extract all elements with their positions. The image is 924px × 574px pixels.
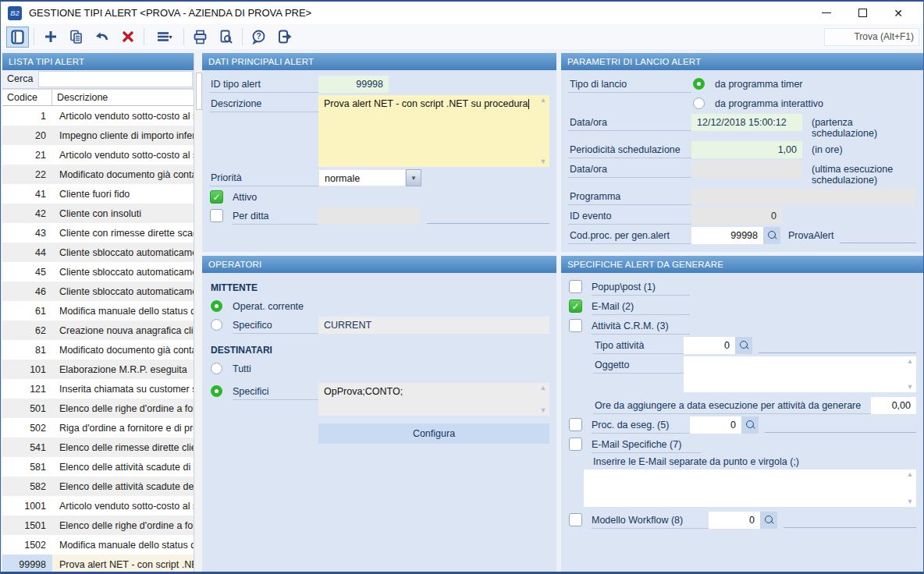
row-code-cell[interactable]: 20	[2, 126, 52, 145]
row-code-cell[interactable]: 61	[2, 301, 52, 321]
attivo-checkbox[interactable]: ✓	[210, 190, 223, 204]
scroll-down-icon[interactable]: ▼	[540, 158, 547, 165]
maximize-button[interactable]	[844, 2, 880, 24]
row-desc-cell[interactable]: Cliente con rimesse dirette scadu...	[52, 223, 194, 243]
row-desc-cell[interactable]: Cliente sbloccato automaticament...	[52, 243, 194, 262]
scroll-up-icon[interactable]: ▲	[907, 358, 914, 365]
tutti-radio[interactable]	[211, 363, 222, 374]
per-ditta-field[interactable]	[318, 207, 421, 225]
scroll-up-icon[interactable]: ▲	[540, 97, 547, 104]
row-code-cell[interactable]: 42	[2, 204, 52, 223]
textarea-scroll-arrows[interactable]: ▲▼	[904, 471, 915, 505]
row-code-cell[interactable]: 44	[2, 243, 52, 262]
tipo-attivita-field[interactable]: 0	[684, 337, 735, 354]
cod-proc-search-button[interactable]	[763, 227, 780, 244]
close-button[interactable]: ✕	[880, 2, 916, 24]
operat-corrente-radio[interactable]	[211, 300, 222, 312]
scroll-down-icon[interactable]: ▼	[540, 407, 547, 414]
email-checkbox[interactable]: ✓	[569, 299, 582, 313]
table-row[interactable]: 502Riga d'ordine a fornitore e di prod..…	[2, 418, 194, 438]
table-row[interactable]: 1502Modifica manuale dello status di '..…	[2, 535, 194, 555]
data-ora-ultima-field[interactable]	[691, 161, 802, 178]
da-programma-interattivo-radio[interactable]	[693, 97, 705, 109]
table-row[interactable]: 44Cliente sbloccato automaticament...	[2, 243, 194, 262]
table-row[interactable]: 81Modificato documento già contabi...	[2, 340, 194, 360]
configura-button[interactable]: Configura	[318, 423, 549, 444]
table-row[interactable]: 101Elaborazione M.R.P. eseguita	[2, 360, 194, 379]
oggetto-textarea[interactable]: ▲▼	[684, 356, 916, 392]
proc-da-eseg-search-button[interactable]	[741, 416, 759, 434]
row-code-cell[interactable]: 121	[2, 379, 52, 399]
undo-button[interactable]	[91, 27, 113, 48]
row-desc-cell[interactable]: Cliente fuori fido	[52, 184, 194, 204]
row-desc-cell[interactable]: Modificato documento già contabi...	[52, 165, 194, 184]
cod-proc-field[interactable]: 99998	[691, 227, 763, 244]
specifico-field[interactable]: CURRENT	[318, 317, 549, 334]
row-desc-cell[interactable]: Cliente sbloccato automaticament...	[52, 282, 194, 301]
scroll-down-icon[interactable]: ▼	[907, 384, 914, 391]
priorita-select-value[interactable]: normale	[318, 169, 406, 186]
table-row[interactable]: 1Articolo venduto sotto-costo al s...	[2, 106, 194, 126]
row-code-cell[interactable]: 101	[2, 360, 52, 379]
row-desc-cell[interactable]: Articolo venduto sotto-costo al s...	[52, 496, 194, 516]
proc-da-eseg-checkbox[interactable]: ✓	[569, 418, 582, 431]
row-code-cell[interactable]: 1	[2, 106, 52, 126]
row-code-cell[interactable]: 45	[2, 262, 52, 282]
row-desc-cell[interactable]: Modifica manuale dello status di '...	[52, 535, 194, 555]
descrizione-textarea[interactable]: Prova alert NET - con script .NET su pro…	[318, 95, 549, 167]
popup-post-checkbox[interactable]: ✓	[569, 280, 582, 293]
textarea-scroll-arrows[interactable]: ▲▼	[538, 97, 549, 165]
table-row[interactable]: 20Impegno cliente di importo inferio...	[2, 126, 194, 145]
table-row[interactable]: 582Elenco delle attività scadute dell'o.…	[2, 477, 194, 496]
row-desc-cell[interactable]: Elenco delle attività scadute dell'o...	[52, 477, 194, 496]
row-code-cell[interactable]: 21	[2, 145, 52, 165]
row-code-cell[interactable]: 41	[2, 184, 52, 204]
row-desc-cell[interactable]: Prova alert NET - con script .NET...	[52, 555, 194, 572]
row-desc-cell[interactable]: Impegno cliente di importo inferio...	[52, 126, 194, 145]
textarea-scroll-arrows[interactable]: ▲▼	[904, 358, 915, 391]
delete-button[interactable]	[116, 27, 139, 48]
row-desc-cell[interactable]: Elenco delle attività scadute di tu...	[52, 457, 194, 477]
table-row[interactable]: 61Modifica manuale dello status di '...	[2, 301, 194, 321]
row-desc-cell[interactable]: Creazione nouva anagrafica clien...	[52, 321, 194, 340]
column-header-codice[interactable]: Codice	[2, 90, 52, 105]
row-code-cell[interactable]: 99998	[2, 555, 52, 572]
tipo-attivita-search-button[interactable]	[735, 337, 752, 354]
row-code-cell[interactable]: 582	[2, 477, 52, 496]
modello-workflow-checkbox[interactable]: ✓	[569, 513, 582, 526]
id-evento-field[interactable]: 0	[691, 207, 782, 225]
row-desc-cell[interactable]: Modifica manuale dello status di '...	[52, 301, 194, 321]
ore-da-aggiungere-field[interactable]: 0,00	[871, 397, 916, 414]
row-code-cell[interactable]: 1502	[2, 535, 52, 555]
proc-da-eseg-field[interactable]: 0	[690, 416, 741, 434]
table-row[interactable]: 42Cliente con insoluti	[2, 204, 194, 223]
row-desc-cell[interactable]: Inserita chiamata su customer se...	[52, 379, 194, 399]
row-desc-cell[interactable]: Modificato documento già contabi...	[52, 340, 194, 360]
da-programma-timer-radio[interactable]	[693, 78, 705, 90]
table-row[interactable]: 541Elenco delle rimesse dirette clienti.…	[2, 438, 194, 457]
table-row[interactable]: 46Cliente sbloccato automaticament...	[2, 282, 194, 301]
row-desc-cell[interactable]: Elenco delle righe d'ordine a forni...	[52, 399, 194, 418]
scroll-down-icon[interactable]: ▼	[907, 498, 914, 505]
programma-field[interactable]	[691, 188, 916, 205]
specifici-radio[interactable]	[211, 385, 222, 397]
row-code-cell[interactable]: 581	[2, 457, 52, 477]
textarea-scroll-arrows[interactable]: ▲▼	[538, 384, 549, 414]
row-code-cell[interactable]: 46	[2, 282, 52, 301]
print-button[interactable]	[189, 27, 211, 48]
table-row[interactable]: 99998Prova alert NET - con script .NET..…	[2, 555, 194, 572]
copy-button[interactable]	[65, 27, 87, 48]
data-ora-partenza-field[interactable]: 12/12/2018 15:00:12	[691, 114, 802, 131]
modello-workflow-search-button[interactable]	[760, 512, 777, 529]
row-code-cell[interactable]: 541	[2, 438, 52, 457]
table-row[interactable]: 21Articolo venduto sotto-costo al s...	[2, 145, 194, 165]
table-row[interactable]: 1001Articolo venduto sotto-costo al s...	[2, 496, 194, 516]
id-tipo-alert-field[interactable]: 99998	[318, 76, 389, 93]
email-list-textarea[interactable]: ▲▼	[584, 469, 916, 507]
table-row[interactable]: 22Modificato documento già contabi...	[2, 165, 194, 184]
row-desc-cell[interactable]: Elaborazione M.R.P. eseguita	[52, 360, 194, 379]
find-input[interactable]	[824, 28, 919, 46]
minimize-button[interactable]	[808, 2, 844, 24]
row-code-cell[interactable]: 81	[2, 340, 52, 360]
email-specifiche-checkbox[interactable]: ✓	[569, 438, 582, 451]
